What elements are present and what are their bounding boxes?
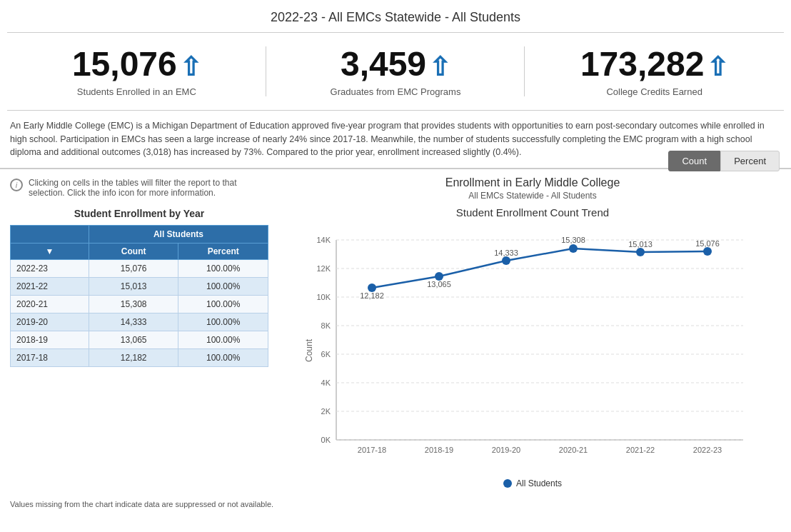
percent-cell[interactable]: 100.00% <box>178 278 268 296</box>
sort-arrow[interactable]: ▼ <box>11 244 89 260</box>
line-chart-svg: Count 0K 2K 4K <box>301 226 765 476</box>
svg-text:Count: Count <box>304 338 314 362</box>
year-cell[interactable]: 2019-20 <box>11 313 89 331</box>
svg-text:4K: 4K <box>321 378 331 387</box>
svg-text:2021-22: 2021-22 <box>626 446 655 454</box>
svg-text:15,076: 15,076 <box>695 239 720 248</box>
footnote: Values missing from the chart indicate d… <box>0 496 791 513</box>
year-cell[interactable]: 2018-19 <box>11 331 89 349</box>
count-cell[interactable]: 15,013 <box>89 278 178 296</box>
svg-text:6K: 6K <box>321 350 331 358</box>
chart-subtitle: All EMCs Statewide - All Students <box>286 191 780 201</box>
kpi-graduates-label: Graduates from EMC Programs <box>281 86 511 97</box>
chart-inner-title: Student Enrollment Count Trend <box>286 206 780 219</box>
data-point-2020[interactable] <box>569 244 578 253</box>
svg-text:0K: 0K <box>321 436 331 444</box>
btn-group: Count Percent <box>668 151 780 171</box>
percent-cell[interactable]: 100.00% <box>178 349 268 367</box>
kpi-enrolled: 15,076⇧ Students Enrolled in an EMC <box>7 40 266 103</box>
chart-legend: All Students <box>286 478 780 488</box>
percent-cell[interactable]: 100.00% <box>178 260 268 278</box>
data-point-2021[interactable] <box>636 248 645 256</box>
kpi-credits-arrow: ⇧ <box>707 53 728 81</box>
svg-text:15,308: 15,308 <box>561 236 585 244</box>
count-cell[interactable]: 12,182 <box>89 349 178 367</box>
table-row[interactable]: 2021-22 15,013 100.00% <box>11 278 268 296</box>
svg-text:2020-21: 2020-21 <box>559 446 588 454</box>
info-text-block: i Clicking on cells in the tables will f… <box>10 178 268 198</box>
svg-text:2019-20: 2019-20 <box>492 446 520 454</box>
page-title: 2022-23 - All EMCs Statewide - All Stude… <box>0 0 791 32</box>
svg-text:13,065: 13,065 <box>427 280 451 288</box>
enrollment-table: All Students ▼ Count Percent 2022-23 15,… <box>10 225 268 367</box>
chart-area: Count 0K 2K 4K <box>286 226 780 488</box>
svg-text:2017-18: 2017-18 <box>358 446 386 454</box>
kpi-enrolled-arrow: ⇧ <box>180 53 201 81</box>
svg-text:2022-23: 2022-23 <box>693 446 722 454</box>
svg-text:14,333: 14,333 <box>494 249 518 257</box>
btn-percent[interactable]: Percent <box>720 151 780 171</box>
table-row[interactable]: 2019-20 14,333 100.00% <box>11 313 268 331</box>
left-panel: i Clicking on cells in the tables will f… <box>0 169 278 496</box>
count-cell[interactable]: 15,308 <box>89 296 178 313</box>
svg-text:15,013: 15,013 <box>628 240 653 249</box>
table-row[interactable]: 2018-19 13,065 100.00% <box>11 331 268 349</box>
kpi-enrolled-label: Students Enrolled in an EMC <box>21 86 252 97</box>
col-header-count[interactable]: Count <box>89 244 178 260</box>
table-row[interactable]: 2020-21 15,308 100.00% <box>11 296 268 313</box>
year-cell[interactable]: 2020-21 <box>11 296 89 313</box>
chart-title: Enrollment in Early Middle College <box>286 176 780 189</box>
legend-dot <box>503 479 512 488</box>
count-cell[interactable]: 15,076 <box>89 260 178 278</box>
table-row[interactable]: 2017-18 12,182 100.00% <box>11 349 268 367</box>
svg-text:14K: 14K <box>316 236 331 244</box>
info-text-content: Clicking on cells in the tables will fil… <box>29 178 268 198</box>
svg-text:10K: 10K <box>316 293 331 301</box>
year-cell[interactable]: 2022-23 <box>11 260 89 278</box>
percent-cell[interactable]: 100.00% <box>178 331 268 349</box>
percent-cell[interactable]: 100.00% <box>178 296 268 313</box>
all-students-header: All Students <box>89 226 268 244</box>
year-cell[interactable]: 2021-22 <box>11 278 89 296</box>
data-point-2019[interactable] <box>502 256 510 265</box>
count-cell[interactable]: 14,333 <box>89 313 178 331</box>
svg-text:8K: 8K <box>321 321 331 330</box>
kpi-graduates-arrow: ⇧ <box>429 53 450 81</box>
count-cell[interactable]: 13,065 <box>89 331 178 349</box>
right-panel: Enrollment in Early Middle College All E… <box>278 169 791 496</box>
kpi-graduates-value: 3,459⇧ <box>281 46 511 84</box>
kpi-credits-label: College Credits Earned <box>539 86 770 97</box>
legend-label: All Students <box>516 478 562 488</box>
percent-cell[interactable]: 100.00% <box>178 313 268 331</box>
kpi-credits: 173,282⇧ College Credits Earned <box>525 40 784 103</box>
lower-section: i Clicking on cells in the tables will f… <box>0 169 791 496</box>
svg-text:2K: 2K <box>321 407 331 416</box>
kpi-row: 15,076⇧ Students Enrolled in an EMC 3,45… <box>7 32 784 111</box>
data-point-2022[interactable] <box>703 247 712 256</box>
info-icon: i <box>10 179 23 191</box>
kpi-graduates: 3,459⇧ Graduates from EMC Programs <box>266 40 525 103</box>
btn-count[interactable]: Count <box>668 151 720 171</box>
kpi-credits-value: 173,282⇧ <box>539 46 770 84</box>
table-title: Student Enrollment by Year <box>10 208 268 219</box>
svg-text:12K: 12K <box>316 264 331 273</box>
svg-text:2018-19: 2018-19 <box>425 446 453 454</box>
svg-text:12,182: 12,182 <box>360 291 384 300</box>
kpi-enrolled-value: 15,076⇧ <box>21 46 252 84</box>
year-cell[interactable]: 2017-18 <box>11 349 89 367</box>
col-header-percent[interactable]: Percent <box>178 244 268 260</box>
table-row[interactable]: 2022-23 15,076 100.00% <box>11 260 268 278</box>
